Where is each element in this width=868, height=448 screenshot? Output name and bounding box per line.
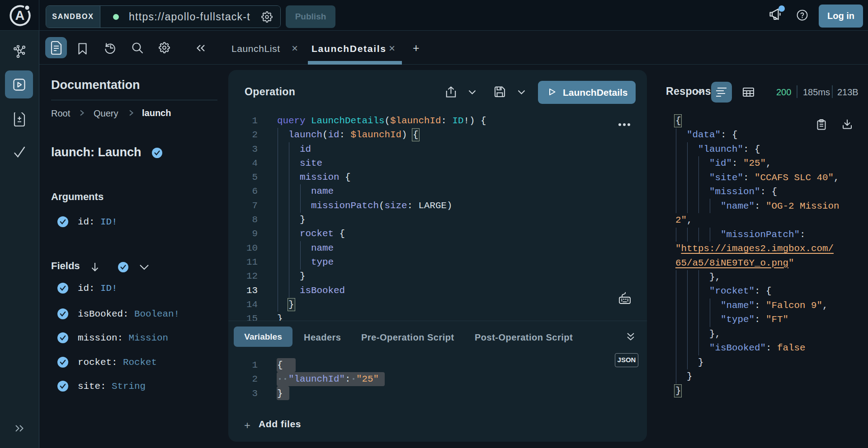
- svg-text:A: A: [15, 8, 25, 23]
